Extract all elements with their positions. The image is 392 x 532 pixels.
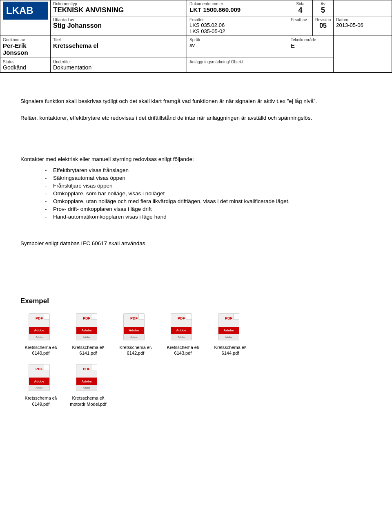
list-item: Frånskiljare visas öppen — [45, 183, 372, 189]
header-row2: Utfärdad av Stig Johansson Ersätter LKS … — [0, 16, 392, 36]
pdf-icon: PDF Adobe Adobe — [171, 313, 195, 342]
pdf-label-6143: Kretsschema el\ 6143.pdf — [167, 344, 199, 356]
list-item: Omkopplare, som har nolläge, visas i nol… — [45, 190, 372, 197]
teknikomrade-cell: Teknikområde E — [288, 36, 333, 58]
pdf-banner-text: Adobe — [34, 329, 45, 332]
paragraph4: Symboler enligt databas IEC 60617 skall … — [20, 239, 372, 248]
pdf-label-6149: Kretsschema el\ 6149.pdf — [25, 395, 57, 407]
anlaggning-label: Anläggningsmärkning/ Objekt — [189, 60, 331, 64]
ersatt-av-cell: Ersatt av — [288, 16, 312, 36]
utfardad-value: Stig Johansson — [53, 22, 184, 29]
datum-label: Datum — [336, 18, 389, 22]
pdf-item-6142[interactable]: PDF Adobe Adobe Kretsschema el\ 6142.pdf — [115, 313, 156, 356]
ersatter-value2: LKS 035-05-02 — [189, 28, 285, 34]
pdf-grid: PDF Adobe Adobe Kretsschema el\ 6140.pdf — [20, 313, 372, 356]
godkand-value: Per-Erik Jönsson — [3, 42, 48, 56]
datum-cell: Datum 2013-05-06 — [334, 16, 392, 36]
list-item: Omkopplare, utan nolläge och med flera l… — [45, 198, 372, 204]
titel-cell: Titel Kretsschema el — [51, 36, 187, 58]
lkab-logo: LKAB — [3, 2, 48, 20]
pdf-item-6149[interactable]: PDF Adobe Adobe Kretsschema el\ 6149.pdf — [20, 364, 61, 407]
pdf-item-6141[interactable]: PDF Adobe Adobe Kretsschema el\ 6141.pdf — [68, 313, 109, 356]
pdf-icon: PDF Adobe Adobe — [29, 364, 53, 393]
status-label: Status — [3, 60, 48, 64]
pdf-label-motordr: Kretsschema el\ motordr Model.pdf — [70, 395, 106, 407]
pdf-label-6141: Kretsschema el\ 6141.pdf — [72, 344, 105, 356]
titel-value: Kretsschema el — [53, 42, 184, 49]
doc-number-label: Dokumentnummer — [189, 2, 285, 6]
godkand-label: Godkänd av — [3, 38, 48, 42]
revision-cell: Revision 05 — [312, 16, 333, 36]
pdf-icon: PDF Adobe Adobe — [76, 313, 100, 342]
undertitel-label: Undertitel — [53, 60, 184, 64]
revision-value: 05 — [315, 22, 331, 29]
teknikomrade-label: Teknikområde — [291, 38, 331, 42]
av-label: Av — [315, 2, 331, 6]
bullet-list: Effektbrytaren visas frånslagen Säkrings… — [45, 167, 372, 220]
titel-label: Titel — [53, 38, 184, 42]
doc-number-cell: Dokumentnummer LKT 1500.860.009 — [187, 0, 288, 16]
ersatter-value: LKS 035.02.06 — [189, 22, 285, 28]
sprak-cell: Språk sv — [187, 36, 288, 58]
main-content: Signalers funktion skall beskrivas tydli… — [0, 73, 392, 419]
av-number: 5 — [315, 6, 331, 15]
page-cell: Sida 4 — [288, 0, 312, 16]
pdf-label-6140: Kretsschema el\ 6140.pdf — [25, 344, 57, 356]
utfardad-cell: Utfärdad av Stig Johansson — [51, 16, 187, 36]
header-row1: LKAB Dokumenttyp TEKNISK ANVISNING Dokum… — [0, 0, 392, 16]
status-cell: Status Godkänd — [0, 58, 51, 73]
pdf-icon: PDF Adobe Adobe — [29, 313, 53, 342]
contact-section: Kontakter med elektrisk eller manuell st… — [20, 155, 372, 220]
pdf-label-6144: Kretsschema el\ 6144.pdf — [214, 344, 247, 356]
doc-type-label: Dokumenttyp — [53, 2, 184, 6]
page-number: 4 — [291, 6, 310, 15]
example-section: Exempel PDF Adobe Adobe — [20, 297, 372, 407]
list-item: Prov- drift- omkopplaren visas i läge dr… — [45, 206, 372, 212]
av-cell: Av 5 — [312, 0, 333, 16]
paragraph1: Signalers funktion skall beskrivas tydli… — [20, 97, 372, 106]
revision-label: Revision — [315, 18, 331, 22]
header-row4: Status Godkänd Undertitel Dokumentation … — [0, 58, 392, 73]
teknikomrade-value: E — [291, 42, 331, 49]
example-title: Exempel — [20, 297, 372, 305]
doc-number-value: LKT 1500.860.009 — [189, 6, 285, 13]
page-label: Sida — [291, 2, 310, 6]
paragraph3: Kontakter med elektrisk eller manuell st… — [20, 155, 372, 164]
list-item: Hand-automatikomkopplaren visas i läge h… — [45, 214, 372, 220]
anlaggning-cell: Anläggningsmärkning/ Objekt — [187, 58, 334, 73]
pdf-adobe-area: Adobe — [29, 334, 49, 340]
pdf-grid-row2: PDF Adobe Adobe Kretsschema el\ 6149.pdf — [20, 364, 372, 407]
pdf-icon: PDF Adobe Adobe — [218, 313, 243, 342]
svg-text:LKAB: LKAB — [6, 5, 33, 16]
page: LKAB Dokumenttyp TEKNISK ANVISNING Dokum… — [0, 0, 392, 419]
pdf-icon: PDF Adobe Adobe — [76, 364, 100, 393]
pdf-item-6140[interactable]: PDF Adobe Adobe Kretsschema el\ 6140.pdf — [20, 313, 61, 356]
ersatt-av-label: Ersatt av — [291, 18, 310, 22]
header-row3: Godkänd av Per-Erik Jönsson Titel Kretss… — [0, 36, 392, 58]
pdf-item-6143[interactable]: PDF Adobe Adobe Kretsschema el\ 6143.pdf — [163, 313, 203, 356]
pdf-label-6142: Kretsschema el\ 6142.pdf — [120, 344, 152, 356]
logo-cell: LKAB — [0, 0, 51, 36]
utfardad-label: Utfärdad av — [53, 18, 184, 22]
pdf-icon: PDF Adobe Adobe — [123, 313, 148, 342]
godkand-cell: Godkänd av Per-Erik Jönsson — [0, 36, 51, 58]
sprak-value: sv — [189, 42, 285, 48]
paragraph2: Reläer, kontaktorer, effektbrytare etc r… — [20, 114, 372, 123]
doc-type-cell: Dokumenttyp TEKNISK ANVISNING — [51, 0, 187, 16]
undertitel-value: Dokumentation — [53, 64, 184, 71]
datum-value: 2013-05-06 — [336, 22, 389, 28]
header-table: LKAB Dokumenttyp TEKNISK ANVISNING Dokum… — [0, 0, 392, 73]
doc-type-title: TEKNISK ANVISNING — [53, 6, 124, 14]
list-item: Säkringsautomat visas öppen — [45, 175, 372, 181]
ersatter-cell: Ersätter LKS 035.02.06 LKS 035-05-02 — [187, 16, 288, 36]
pdf-item-6144[interactable]: PDF Adobe Adobe Kretsschema el\ 6144.pdf — [210, 313, 251, 356]
sprak-label: Språk — [189, 38, 285, 42]
pdf-item-motordr[interactable]: PDF Adobe Adobe Kretsschema el\ motordr … — [68, 364, 109, 407]
undertitel-cell: Undertitel Dokumentation — [51, 58, 187, 73]
status-value: Godkänd — [3, 64, 48, 71]
ersatter-label: Ersätter — [189, 18, 285, 22]
list-item: Effektbrytaren visas frånslagen — [45, 167, 372, 173]
